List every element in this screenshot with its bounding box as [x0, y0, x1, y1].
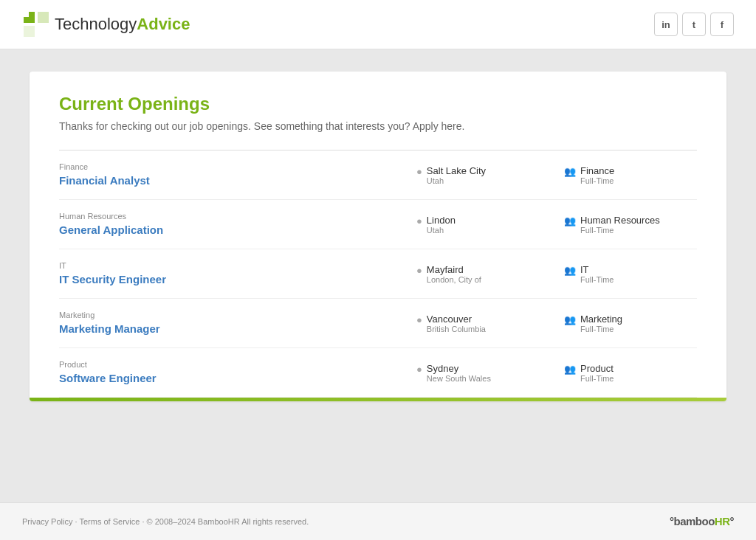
location-icon-3: ● — [416, 314, 422, 325]
job-info-4: Product Software Engineer — [59, 360, 416, 385]
table-row: Human Resources General Application ● Li… — [59, 200, 697, 249]
logo: TechnologyAdvice — [22, 10, 190, 38]
dept-icon-4: 👥 — [564, 364, 576, 375]
job-title-3[interactable]: Marketing Manager — [59, 322, 160, 335]
job-type-1: Full-Time — [580, 226, 660, 235]
table-row: Finance Financial Analyst ● Salt Lake Ci… — [59, 150, 697, 200]
footer: Privacy Policy · Terms of Service · © 20… — [0, 502, 756, 540]
twitter-button[interactable]: t — [682, 13, 706, 36]
header: TechnologyAdvice in t f — [0, 0, 756, 49]
job-dept-name-0: Finance — [580, 165, 614, 176]
logo-icon — [22, 10, 50, 38]
job-dept-name-1: Human Resources — [580, 215, 660, 226]
privacy-policy-link[interactable]: Privacy Policy — [22, 517, 72, 526]
job-city-1: Lindon — [427, 215, 456, 226]
job-meta-1: ● Lindon Utah 👥 Human Resources Full-Tim… — [416, 215, 697, 235]
job-dept-name-2: IT — [580, 264, 614, 275]
dept-icon-0: 👥 — [564, 166, 576, 177]
svg-rect-1 — [24, 12, 29, 17]
job-type-4: Full-Time — [580, 374, 614, 383]
dept-icon-2: 👥 — [564, 265, 576, 276]
job-title-4[interactable]: Software Engineer — [59, 372, 157, 384]
job-department-0: 👥 Finance Full-Time — [564, 165, 667, 185]
job-location-2: ● Mayfaird London, City of — [416, 264, 520, 284]
footer-links: Privacy Policy · Terms of Service · © 20… — [22, 517, 309, 526]
terms-link[interactable]: Terms of Service — [79, 517, 140, 526]
job-region-3: British Columbia — [427, 325, 486, 333]
svg-rect-3 — [24, 26, 35, 37]
dept-icon-3: 👥 — [564, 314, 576, 325]
footer-copyright: © 2008–2024 BambooHR All rights reserved… — [147, 517, 309, 526]
card-bottom-bar — [30, 398, 726, 401]
job-category-1: Human Resources — [59, 212, 416, 221]
job-category-2: IT — [59, 261, 416, 270]
job-info-2: IT IT Security Engineer — [59, 261, 416, 286]
job-category-0: Finance — [59, 162, 416, 171]
job-type-0: Full-Time — [580, 176, 614, 185]
svg-rect-2 — [38, 12, 49, 23]
dept-icon-1: 👥 — [564, 215, 576, 226]
job-city-0: Salt Lake City — [427, 165, 486, 176]
job-title-0[interactable]: Financial Analyst — [59, 174, 150, 187]
job-location-3: ● Vancouver British Columbia — [416, 314, 520, 333]
job-meta-3: ● Vancouver British Columbia 👥 Marketing… — [416, 314, 697, 333]
job-region-1: Utah — [427, 226, 456, 235]
main-content: Current Openings Thanks for checking out… — [0, 49, 756, 502]
job-location-0: ● Salt Lake City Utah — [416, 165, 520, 185]
job-list: Finance Financial Analyst ● Salt Lake Ci… — [59, 150, 697, 398]
jobs-card: Current Openings Thanks for checking out… — [30, 72, 726, 401]
job-region-0: Utah — [427, 176, 486, 185]
logo-text-advice: Advice — [137, 15, 190, 33]
job-city-4: Sydney — [427, 363, 491, 374]
job-type-3: Full-Time — [580, 325, 622, 333]
job-info-3: Marketing Marketing Manager — [59, 311, 416, 336]
job-category-4: Product — [59, 360, 416, 369]
table-row: IT IT Security Engineer ● Mayfaird Londo… — [59, 249, 697, 299]
social-icons: in t f — [654, 13, 734, 36]
job-info-0: Finance Financial Analyst — [59, 162, 416, 187]
location-icon-0: ● — [416, 166, 422, 177]
logo-wordmark: TechnologyAdvice — [55, 15, 190, 34]
job-meta-0: ● Salt Lake City Utah 👥 Finance Full-Tim… — [416, 165, 697, 185]
job-type-2: Full-Time — [580, 275, 614, 284]
job-dept-name-4: Product — [580, 363, 614, 374]
job-city-2: Mayfaird — [427, 264, 481, 275]
job-department-1: 👥 Human Resources Full-Time — [564, 215, 667, 235]
job-dept-name-3: Marketing — [580, 314, 622, 325]
job-meta-4: ● Sydney New South Wales 👥 Product Full-… — [416, 363, 697, 383]
job-department-2: 👥 IT Full-Time — [564, 264, 667, 284]
bamboohr-brand: °bambooHR° — [670, 515, 734, 528]
table-row: Product Software Engineer ● Sydney New S… — [59, 348, 697, 398]
job-title-1[interactable]: General Application — [59, 224, 163, 236]
location-icon-4: ● — [416, 364, 422, 375]
page-subtitle: Thanks for checking out our job openings… — [59, 120, 697, 132]
linkedin-button[interactable]: in — [654, 13, 678, 36]
job-location-4: ● Sydney New South Wales — [416, 363, 520, 383]
facebook-button[interactable]: f — [710, 13, 734, 36]
job-region-4: New South Wales — [427, 374, 491, 383]
job-city-3: Vancouver — [427, 314, 486, 325]
logo-text-technology: Technology — [55, 15, 137, 33]
job-meta-2: ● Mayfaird London, City of 👥 IT Full-Tim… — [416, 264, 697, 284]
job-category-3: Marketing — [59, 311, 416, 319]
job-department-4: 👥 Product Full-Time — [564, 363, 667, 383]
job-department-3: 👥 Marketing Full-Time — [564, 314, 667, 333]
page-title: Current Openings — [59, 94, 697, 114]
job-info-1: Human Resources General Application — [59, 212, 416, 237]
job-region-2: London, City of — [427, 275, 481, 284]
location-icon-1: ● — [416, 215, 422, 226]
job-location-1: ● Lindon Utah — [416, 215, 520, 235]
job-title-2[interactable]: IT Security Engineer — [59, 273, 166, 285]
table-row: Marketing Marketing Manager ● Vancouver … — [59, 299, 697, 348]
location-icon-2: ● — [416, 265, 422, 276]
